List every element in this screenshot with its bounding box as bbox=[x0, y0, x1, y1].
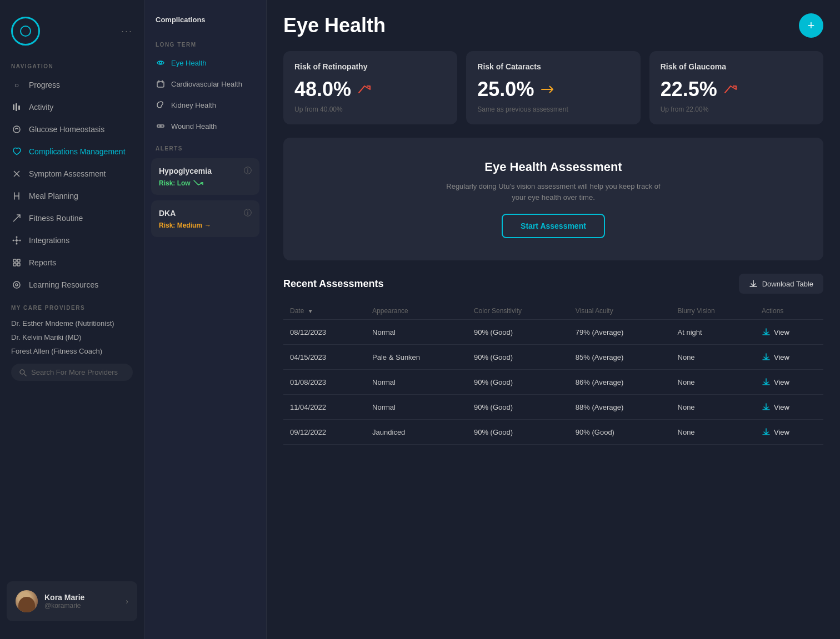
meal-icon bbox=[11, 190, 22, 202]
cell-color-sensitivity: 90% (Good) bbox=[467, 370, 569, 395]
sidebar-item-symptom[interactable]: Symptom Assessment bbox=[0, 163, 144, 185]
sidebar-item-progress[interactable]: ○ Progress bbox=[0, 74, 144, 96]
panel-title: Complications bbox=[144, 11, 266, 33]
col-actions: Actions bbox=[755, 303, 823, 320]
trend-flat-icon bbox=[539, 84, 555, 95]
sidebar-item-learning[interactable]: Learning Resources bbox=[0, 274, 144, 296]
care-providers-label: MY CARE PROVIDERS bbox=[11, 305, 133, 311]
col-appearance: Appearance bbox=[366, 303, 467, 320]
risk-value: 25.0% bbox=[477, 78, 534, 101]
alert-info-icon[interactable]: ⓘ bbox=[244, 208, 252, 218]
sidebar-item-label: Complications Management bbox=[29, 147, 126, 156]
view-action[interactable]: View bbox=[762, 353, 817, 361]
user-profile[interactable]: Kora Marie @koramarie › bbox=[7, 581, 137, 621]
cell-appearance: Pale & Sunken bbox=[366, 345, 467, 370]
risk-card-cataracts: Risk of Cataracts 25.0% Same as previous… bbox=[466, 51, 640, 124]
sidebar-item-complications[interactable]: Complications Management bbox=[0, 140, 144, 163]
user-handle: @koramarie bbox=[44, 602, 119, 610]
table-row: 04/15/2023 Pale & Sunken 90% (Good) 85% … bbox=[283, 345, 823, 370]
sidebar-item-meal[interactable]: Meal Planning bbox=[0, 185, 144, 207]
svg-point-20 bbox=[13, 281, 20, 288]
cell-blurry-vision: None bbox=[671, 370, 756, 395]
cell-appearance: Normal bbox=[366, 370, 467, 395]
svg-rect-19 bbox=[17, 263, 20, 266]
add-icon: + bbox=[808, 18, 815, 33]
table-row: 08/12/2023 Normal 90% (Good) 79% (Averag… bbox=[283, 320, 823, 345]
risk-card-title: Risk of Glaucoma bbox=[661, 62, 812, 71]
risk-card-glaucoma: Risk of Glaucoma 22.5% Up from 22.00% bbox=[649, 51, 823, 124]
alert-risk-medium: Risk: Medium → bbox=[159, 222, 252, 229]
add-button[interactable]: + bbox=[799, 13, 823, 38]
main-content: Eye Health + Risk of Retinopathy 48.0% U… bbox=[267, 0, 840, 639]
download-table-button[interactable]: Download Table bbox=[739, 274, 823, 294]
integrations-icon bbox=[11, 235, 22, 246]
risk-sub-text: Up from 40.00% bbox=[294, 105, 446, 113]
user-name: Kora Marie bbox=[44, 593, 119, 602]
cell-blurry-vision: None bbox=[671, 395, 756, 420]
svg-point-3 bbox=[13, 126, 20, 133]
svg-rect-16 bbox=[13, 259, 16, 262]
cell-color-sensitivity: 90% (Good) bbox=[467, 395, 569, 420]
alerts-label: ALERTS bbox=[144, 137, 266, 156]
sidebar-item-integrations[interactable]: Integrations bbox=[0, 229, 144, 251]
sidebar-item-label: Activity bbox=[29, 103, 53, 112]
sort-icon: ▼ bbox=[308, 308, 313, 314]
table-section: Recent Assessments Download Table Date ▼… bbox=[283, 274, 823, 445]
view-action[interactable]: View bbox=[762, 427, 817, 436]
sidebar-item-activity[interactable]: Activity bbox=[0, 96, 144, 118]
svg-point-7 bbox=[16, 239, 18, 241]
panel-item-cardiovascular[interactable]: Cardiovascular Health bbox=[144, 73, 266, 94]
panel-item-label: Kidney Health bbox=[171, 101, 216, 109]
risk-sub-text: Same as previous assessment bbox=[477, 105, 629, 113]
sidebar-item-label: Reports bbox=[29, 258, 56, 267]
alert-info-icon[interactable]: ⓘ bbox=[244, 166, 252, 176]
sidebar-item-label: Learning Resources bbox=[29, 280, 98, 289]
avatar-image bbox=[16, 590, 38, 612]
cell-appearance: Normal bbox=[366, 320, 467, 345]
view-action[interactable]: View bbox=[762, 378, 817, 386]
cell-actions: View bbox=[755, 395, 823, 420]
trend-up-icon bbox=[357, 84, 372, 95]
app-logo[interactable] bbox=[11, 17, 40, 46]
activity-icon bbox=[11, 102, 22, 113]
sidebar-item-glucose[interactable]: Glucose Homeostasis bbox=[0, 118, 144, 140]
care-providers-section: MY CARE PROVIDERS Dr. Esther Mndeme (Nut… bbox=[0, 296, 144, 385]
table-header: Recent Assessments Download Table bbox=[283, 274, 823, 294]
table-header-row: Date ▼ Appearance Color Sensitivity Visu… bbox=[283, 303, 823, 320]
cell-actions: View bbox=[755, 320, 823, 345]
svg-rect-2 bbox=[18, 105, 20, 110]
sidebar-item-label: Progress bbox=[29, 80, 60, 89]
svg-rect-25 bbox=[157, 82, 164, 87]
search-providers-button[interactable]: Search For More Providers bbox=[11, 364, 133, 381]
cell-color-sensitivity: 90% (Good) bbox=[467, 320, 569, 345]
cell-visual-acuity: 85% (Average) bbox=[569, 345, 671, 370]
alert-dka[interactable]: DKA ⓘ Risk: Medium → bbox=[151, 200, 259, 237]
assessment-card: Eye Health Assessment Regularly doing Ut… bbox=[283, 138, 823, 260]
long-term-label: LONG TERM bbox=[144, 33, 266, 52]
panel-item-wound[interactable]: Wound Health bbox=[144, 115, 266, 137]
start-assessment-button[interactable]: Start Assessment bbox=[502, 214, 605, 238]
table-row: 01/08/2023 Normal 90% (Good) 86% (Averag… bbox=[283, 370, 823, 395]
sidebar-item-reports[interactable]: Reports bbox=[0, 251, 144, 274]
table-head: Date ▼ Appearance Color Sensitivity Visu… bbox=[283, 303, 823, 320]
col-visual-acuity: Visual Acuity bbox=[569, 303, 671, 320]
svg-point-9 bbox=[16, 243, 18, 245]
alert-hypoglycemia[interactable]: Hypoglycemia ⓘ Risk: Low bbox=[151, 158, 259, 195]
view-label: View bbox=[774, 428, 789, 436]
cell-actions: View bbox=[755, 370, 823, 395]
more-options-icon[interactable]: ··· bbox=[121, 26, 133, 37]
sidebar-item-label: Meal Planning bbox=[29, 192, 78, 200]
view-action[interactable]: View bbox=[762, 328, 817, 336]
sidebar-item-fitness[interactable]: Fitness Routine bbox=[0, 207, 144, 229]
middle-panel: Complications LONG TERM Eye Health Cardi… bbox=[144, 0, 267, 639]
svg-rect-0 bbox=[13, 104, 14, 110]
col-date[interactable]: Date ▼ bbox=[283, 303, 366, 320]
download-icon bbox=[749, 279, 758, 288]
view-action[interactable]: View bbox=[762, 402, 817, 411]
panel-item-eye-health[interactable]: Eye Health bbox=[144, 52, 266, 73]
search-providers-label: Search For More Providers bbox=[31, 368, 118, 376]
panel-item-kidney[interactable]: Kidney Health bbox=[144, 94, 266, 115]
assessment-description: Regularly doing Utu's vision assessment … bbox=[442, 181, 664, 203]
risk-cards-row: Risk of Retinopathy 48.0% Up from 40.00%… bbox=[283, 51, 823, 124]
cardiovascular-icon bbox=[156, 79, 166, 89]
